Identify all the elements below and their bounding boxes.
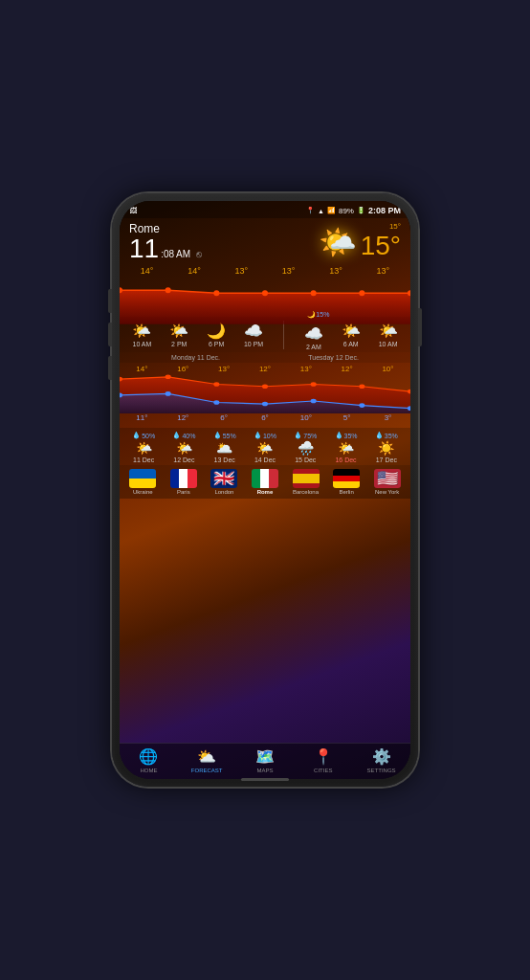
svg-point-14 bbox=[359, 384, 364, 389]
nav-cities-label: CITIES bbox=[314, 768, 332, 773]
wifi-icon: ▲ bbox=[318, 208, 324, 214]
time-ampm: AM bbox=[176, 249, 190, 259]
city-paris[interactable]: Paris bbox=[170, 469, 197, 495]
city-barcelona[interactable]: Barcelona bbox=[293, 469, 320, 495]
svg-point-20 bbox=[262, 402, 268, 407]
daily-4: 💧75% 🌧️ 15 Dec bbox=[294, 432, 317, 463]
svg-point-3 bbox=[213, 290, 219, 296]
settings-icon: ⚙️ bbox=[372, 747, 391, 766]
daily-date-6: 17 Dec bbox=[376, 457, 397, 463]
flag-paris bbox=[170, 469, 197, 488]
current-temp: 15° bbox=[361, 231, 401, 261]
home-bar bbox=[241, 778, 289, 781]
lt2-1: 12° bbox=[169, 413, 196, 422]
low-temp-row-2: 11° 12° 6° 6° 10° 5° 3° bbox=[120, 413, 410, 422]
nav-forecast[interactable]: ⛅ FORECAST bbox=[178, 747, 236, 773]
ht2-4: 13° bbox=[293, 365, 320, 373]
battery-icon: 🔋 bbox=[357, 207, 365, 214]
daily-date-4: 15 Dec bbox=[295, 457, 316, 463]
flag-london: 🇬🇧 bbox=[210, 469, 237, 488]
time-minutes: :08 bbox=[161, 249, 174, 259]
cities-icon: 📍 bbox=[314, 747, 333, 766]
rain-2: 💧55% bbox=[213, 432, 236, 439]
city-london[interactable]: 🇬🇧 London bbox=[210, 469, 237, 495]
city-label-berlin: Berlin bbox=[339, 489, 353, 495]
city-berlin[interactable]: Berlin bbox=[333, 469, 360, 495]
share-icon[interactable]: ⎋ bbox=[196, 249, 202, 259]
status-time: 2:08 PM bbox=[368, 206, 401, 215]
daily-6: 💧35% ☀️ 17 Dec bbox=[375, 432, 398, 463]
rain-3: 💧10% bbox=[254, 432, 276, 439]
daily-date-5: 16 Dec bbox=[335, 457, 356, 463]
daily-icon-0: 🌤️ bbox=[136, 440, 152, 456]
svg-point-18 bbox=[166, 391, 171, 396]
ht2-0: 14° bbox=[128, 365, 155, 373]
hourly-time-1: 2 PM bbox=[171, 341, 187, 347]
flag-barcelona bbox=[293, 469, 320, 488]
nav-settings-label: SETTINGS bbox=[367, 768, 396, 773]
hourly-time-5: 6 AM bbox=[343, 341, 359, 347]
day-label-mon: Monday 11 Dec. bbox=[171, 354, 220, 361]
temp-4: 13° bbox=[276, 266, 302, 276]
nav-cities[interactable]: 📍 CITIES bbox=[294, 747, 352, 773]
time-hours: 11 bbox=[129, 235, 159, 262]
ht2-3: 12° bbox=[252, 365, 278, 373]
hourly-time-2: 6 PM bbox=[209, 341, 224, 347]
svg-point-2 bbox=[166, 287, 171, 293]
temp-chart-1: 14° 14° 13° 13° 13° 13° bbox=[120, 264, 410, 317]
rain-1: 💧40% bbox=[172, 432, 195, 439]
nav-forecast-label: FORECAST bbox=[191, 768, 223, 773]
flag-rome bbox=[252, 469, 278, 488]
daily-date-3: 14 Dec bbox=[254, 457, 276, 463]
lt2-4: 10° bbox=[293, 413, 320, 422]
city-dock: Ukraine Paris 🇬🇧 London Rome bbox=[120, 465, 410, 499]
svg-point-5 bbox=[311, 290, 317, 296]
status-bar: 🖼 📍 ▲ 📶 89% 🔋 2:08 PM bbox=[120, 201, 410, 218]
city-ukraine[interactable]: Ukraine bbox=[129, 469, 156, 495]
svg-point-11 bbox=[213, 382, 219, 387]
hourly-time-4: 2 AM bbox=[306, 344, 321, 350]
daily-date-2: 13 Dec bbox=[214, 457, 235, 463]
city-label-london: London bbox=[214, 489, 233, 495]
day-label-tue: Tuesday 12 Dec. bbox=[308, 354, 359, 361]
temp-2: 14° bbox=[181, 266, 208, 276]
temp-3: 13° bbox=[228, 266, 254, 276]
forecast-icon: ⛅ bbox=[197, 747, 216, 766]
nav-maps-label: MAPS bbox=[256, 768, 273, 773]
chart-svg-2 bbox=[120, 373, 410, 413]
screen-content: 🖼 📍 ▲ 📶 89% 🔋 2:08 PM Rome 11 :08 bbox=[120, 201, 410, 779]
weather-main: Rome 11 :08 AM ⎋ 🌤️ 15° 15° bbox=[120, 218, 410, 264]
flag-ukraine bbox=[129, 469, 156, 488]
nav-home-label: HOME bbox=[140, 768, 157, 773]
bottom-nav: 🌐 HOME ⛅ FORECAST 🗺️ MAPS 📍 CITIES ⚙️ bbox=[120, 743, 410, 779]
signal-icon: 📶 bbox=[327, 207, 336, 214]
daily-date-0: 11 Dec bbox=[133, 457, 154, 463]
hourly-time-0: 10 AM bbox=[132, 341, 151, 347]
svg-point-19 bbox=[213, 400, 219, 405]
city-newyork[interactable]: 🇺🇸 New York bbox=[374, 469, 401, 495]
time-row: 11 :08 AM ⎋ bbox=[129, 235, 319, 262]
daily-0: 💧50% 🌤️ 11 Dec bbox=[132, 432, 155, 463]
nav-settings[interactable]: ⚙️ SETTINGS bbox=[352, 747, 410, 773]
ht2-1: 16° bbox=[169, 365, 196, 373]
home-icon: 🌐 bbox=[139, 747, 158, 766]
daily-icon-4: 🌧️ bbox=[298, 440, 314, 456]
nav-maps[interactable]: 🗺️ MAPS bbox=[236, 747, 295, 773]
svg-point-22 bbox=[359, 403, 364, 408]
temp-subtitle: 15° bbox=[361, 222, 401, 231]
hourly-time-3: 10 PM bbox=[244, 341, 263, 347]
phone-screen: 🖼 📍 ▲ 📶 89% 🔋 2:08 PM Rome 11 :08 bbox=[120, 201, 410, 779]
daily-5: 💧35% 🌤️ 16 Dec bbox=[335, 432, 358, 463]
city-label-barcelona: Barcelona bbox=[293, 489, 319, 495]
daily-forecast: 💧50% 🌤️ 11 Dec 💧40% 🌤️ 12 Dec 💧55% 🌥️ 13… bbox=[120, 428, 410, 465]
lt2-5: 5° bbox=[334, 413, 361, 422]
high-temp-row-2: 14° 16° 13° 12° 13° 12° 10° bbox=[120, 363, 410, 373]
rain-4: 💧75% bbox=[294, 432, 317, 439]
day-labels-row: Monday 11 Dec. Tuesday 12 Dec. bbox=[120, 352, 410, 363]
flag-berlin bbox=[333, 469, 360, 488]
status-left: 🖼 bbox=[129, 207, 137, 215]
nav-home[interactable]: 🌐 HOME bbox=[120, 747, 178, 773]
daily-icon-3: 🌤️ bbox=[256, 440, 273, 456]
city-rome[interactable]: Rome bbox=[252, 469, 278, 495]
location-icon: 📍 bbox=[306, 207, 315, 214]
